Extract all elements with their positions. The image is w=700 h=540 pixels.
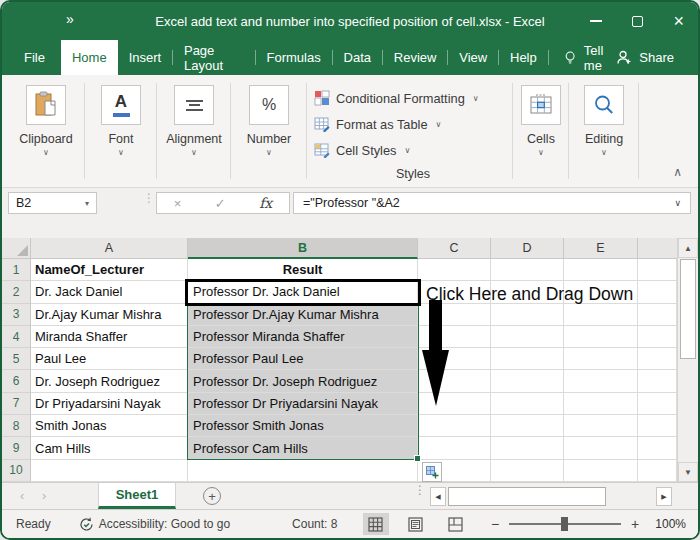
- tab-formulas[interactable]: Formulas: [256, 40, 332, 75]
- tab-help[interactable]: Help: [499, 40, 548, 75]
- active-cell[interactable]: Professor Dr. Jack Daniel: [188, 281, 418, 303]
- cell[interactable]: [564, 415, 638, 437]
- row-header[interactable]: 6: [2, 370, 31, 392]
- column-header-partial[interactable]: [638, 238, 677, 259]
- number-format-button[interactable]: %: [249, 85, 289, 125]
- cell[interactable]: Dr Priyadarsini Nayak: [31, 393, 188, 415]
- cell[interactable]: [638, 348, 677, 370]
- tell-me-button[interactable]: Tell me: [565, 40, 617, 75]
- cell[interactable]: [418, 437, 491, 459]
- row-header[interactable]: 2: [2, 281, 31, 303]
- formula-bar-expand-icon[interactable]: ∨: [674, 198, 681, 208]
- cell[interactable]: [418, 259, 491, 281]
- cell[interactable]: [491, 460, 564, 482]
- cell-styles-button[interactable]: Cell Styles ∨: [314, 137, 512, 163]
- cell[interactable]: [491, 304, 564, 326]
- horizontal-scroll-thumb[interactable]: [448, 487, 606, 506]
- hscroll-left-icon[interactable]: ◀: [430, 487, 446, 506]
- page-layout-view-button[interactable]: [403, 513, 429, 535]
- editing-chevron-icon[interactable]: ∨: [572, 149, 636, 157]
- autofill-options-button[interactable]: [422, 462, 442, 482]
- cell[interactable]: Professor Smith Jonas: [188, 415, 418, 437]
- cancel-icon[interactable]: ×: [174, 196, 182, 211]
- row-header[interactable]: 1: [2, 259, 31, 281]
- cell[interactable]: [418, 415, 491, 437]
- cell[interactable]: Dr.Ajay Kumar Mishra: [31, 304, 188, 326]
- cell[interactable]: Cam Hills: [31, 437, 188, 459]
- row-header[interactable]: 8: [2, 415, 31, 437]
- cell[interactable]: [564, 348, 638, 370]
- cell[interactable]: [491, 415, 564, 437]
- cell[interactable]: [564, 437, 638, 459]
- share-button[interactable]: Share: [616, 40, 674, 75]
- editing-button[interactable]: [584, 85, 624, 125]
- zoom-level[interactable]: 100%: [655, 517, 686, 531]
- cell[interactable]: Dr. Jack Daniel: [31, 281, 188, 303]
- row-header[interactable]: 9: [2, 437, 31, 459]
- cell[interactable]: [638, 393, 677, 415]
- cell[interactable]: Professor Cam Hills: [188, 437, 418, 459]
- scroll-up-icon[interactable]: ▲: [678, 238, 698, 258]
- formula-bar-grip-icon[interactable]: ⋮: [143, 196, 155, 201]
- cell[interactable]: Result: [188, 259, 418, 281]
- conditional-formatting-button[interactable]: Conditional Formatting ∨: [314, 85, 512, 111]
- cells-chevron-icon[interactable]: ∨: [514, 149, 568, 157]
- vertical-scroll-thumb[interactable]: [680, 259, 696, 359]
- cell[interactable]: [638, 326, 677, 348]
- vertical-scrollbar[interactable]: ▲ ▼: [677, 238, 698, 482]
- tab-home[interactable]: Home: [61, 40, 118, 75]
- column-header-d[interactable]: D: [491, 238, 564, 259]
- collapse-ribbon-icon[interactable]: ∧: [673, 165, 682, 179]
- cell[interactable]: Dr. Joseph Rodriguez: [31, 370, 188, 392]
- cell[interactable]: [491, 393, 564, 415]
- tab-review[interactable]: Review: [383, 40, 448, 75]
- normal-view-button[interactable]: [363, 513, 389, 535]
- fill-handle[interactable]: [414, 455, 421, 462]
- cell[interactable]: Professor Paul Lee: [188, 348, 418, 370]
- cell[interactable]: [638, 259, 677, 281]
- cell[interactable]: NameOf_Lecturer: [31, 259, 188, 281]
- close-button[interactable]: ×: [673, 12, 684, 30]
- row-header[interactable]: 10: [2, 460, 31, 482]
- cell[interactable]: [564, 460, 638, 482]
- cell[interactable]: [491, 370, 564, 392]
- name-box[interactable]: B2 ▾: [8, 192, 97, 214]
- format-as-table-button[interactable]: Format as Table ∨: [314, 111, 512, 137]
- zoom-slider-handle[interactable]: [561, 517, 568, 531]
- enter-icon[interactable]: ✓: [215, 196, 226, 211]
- cell[interactable]: Professor Dr. Joseph Rodriguez: [188, 370, 418, 392]
- column-header-c[interactable]: C: [418, 238, 491, 259]
- cell[interactable]: Miranda Shaffer: [31, 326, 188, 348]
- insert-function-icon[interactable]: fx: [259, 195, 272, 211]
- tab-data[interactable]: Data: [333, 40, 382, 75]
- zoom-out-icon[interactable]: −: [491, 516, 499, 532]
- alignment-chevron-icon[interactable]: ∨: [158, 149, 230, 157]
- cell[interactable]: Professor Dr.Ajay Kumar Mishra: [188, 304, 418, 326]
- column-header-b[interactable]: B: [188, 238, 418, 259]
- column-header-a[interactable]: A: [31, 238, 188, 259]
- cell[interactable]: Professor Dr Priyadarsini Nayak: [188, 393, 418, 415]
- cell[interactable]: [564, 370, 638, 392]
- paste-button[interactable]: [26, 85, 66, 125]
- tab-insert[interactable]: Insert: [118, 40, 173, 75]
- cell[interactable]: [638, 437, 677, 459]
- cell[interactable]: Smith Jonas: [31, 415, 188, 437]
- cell[interactable]: [638, 370, 677, 392]
- column-header-e[interactable]: E: [564, 238, 638, 259]
- row-header[interactable]: 5: [2, 348, 31, 370]
- tab-page-layout[interactable]: Page Layout: [173, 40, 255, 75]
- cells-button[interactable]: [521, 85, 561, 125]
- tabbar-grip-icon[interactable]: ⋮: [414, 487, 426, 493]
- formula-input[interactable]: ="Professor "&A2 ∨: [293, 192, 691, 214]
- cell[interactable]: Paul Lee: [31, 348, 188, 370]
- row-header[interactable]: 4: [2, 326, 31, 348]
- cell[interactable]: [638, 304, 677, 326]
- cell[interactable]: [564, 393, 638, 415]
- font-button[interactable]: A: [101, 85, 141, 125]
- cell[interactable]: [491, 259, 564, 281]
- maximize-button[interactable]: [632, 16, 643, 27]
- row-header[interactable]: 3: [2, 304, 31, 326]
- quick-access-toolbar-icon[interactable]: »: [66, 11, 72, 27]
- number-chevron-icon[interactable]: ∨: [232, 149, 306, 157]
- cell[interactable]: [491, 348, 564, 370]
